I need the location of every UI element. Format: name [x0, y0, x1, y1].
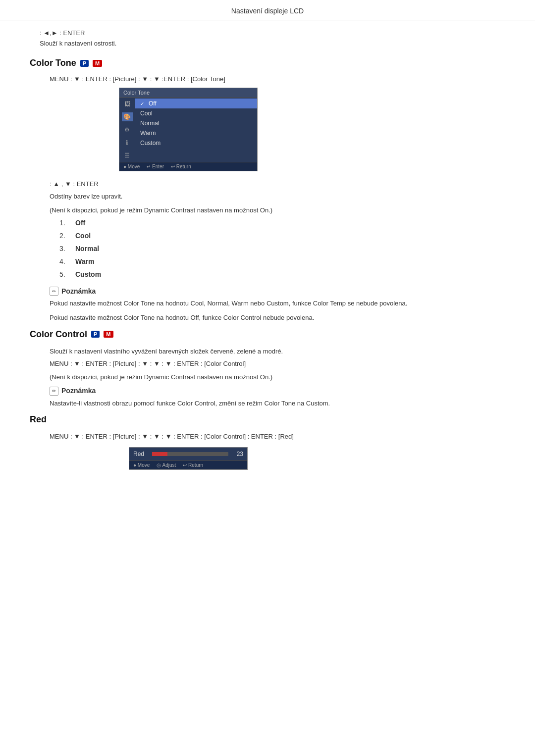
list-label-custom: Custom — [75, 270, 101, 278]
color-control-note-dynamic: (Není k dispozici, pokud je režim Dynami… — [30, 372, 505, 382]
list-item-normal: 3. Normal — [59, 245, 505, 252]
osd-menu-list: Off Cool Normal Warm Custom — [135, 98, 257, 162]
bottom-divider — [30, 479, 505, 479]
osd-item-normal[interactable]: Normal — [135, 118, 257, 128]
note-icon: ✏ — [50, 287, 58, 296]
osd-title-bar: Color Tone — [119, 88, 257, 98]
note-cc-icon: ✏ — [50, 387, 58, 396]
red-title: Red — [30, 414, 47, 425]
osd-icon-menu: ☰ — [122, 151, 133, 160]
osd-slider-fill — [152, 452, 167, 456]
list-num-4: 4. — [59, 257, 69, 265]
list-label-cool: Cool — [75, 232, 91, 240]
content-area: : ◄,► : ENTER Slouží k nastavení ostrost… — [0, 29, 535, 479]
osd-footer-enter: ↵ Enter — [147, 164, 164, 169]
poznamka-note2: Pokud nastavíte možnost Color Tone na ho… — [50, 313, 505, 323]
list-item-off: 1. Off — [59, 219, 505, 227]
badge-m-color-tone: M — [93, 60, 102, 67]
list-label-normal: Normal — [75, 245, 99, 252]
color-tone-osd: Color Tone 🖼 🎨 ⚙ ℹ ☰ Off Cool — [119, 88, 258, 171]
poznamka-title: Poznámka — [61, 287, 96, 295]
color-control-description: Slouží k nastavení vlastního vyvážení ba… — [30, 347, 505, 356]
osd-slider-value: 23 — [232, 451, 243, 457]
color-tone-list: 1. Off 2. Cool 3. Normal 4. Warm 5. Cust… — [30, 219, 505, 278]
list-label-off: Off — [75, 219, 85, 227]
poznamka-color-control: ✏ Poznámka Nastavíte-li vlastnosti obraz… — [30, 386, 505, 409]
osd-icon-info: ℹ — [122, 138, 133, 147]
osd-icons: 🖼 🎨 ⚙ ℹ ☰ — [119, 98, 135, 162]
badge-m-color-control: M — [104, 331, 113, 338]
page-container: Nastavení displeje LCD : ◄,► : ENTER Slo… — [0, 0, 535, 756]
osd-icon-color: 🎨 — [122, 112, 133, 121]
osd-item-cool-label: Cool — [140, 110, 153, 117]
color-tone-description: Odstíny barev lze upravit. — [30, 192, 505, 202]
osd-slider-track[interactable] — [152, 452, 228, 456]
red-osd: Red 23 ● Move ◎ Adjust ↩ Return — [129, 447, 248, 470]
poznamka-cc-title: Poznámka — [61, 387, 96, 395]
osd-red-label: Red — [133, 451, 148, 457]
color-tone-heading: Color Tone P M — [30, 58, 505, 68]
osd-footer-return: ↩ Return — [171, 164, 191, 169]
osd-item-warm[interactable]: Warm — [135, 128, 257, 138]
poznamka-color-tone: ✏ Poznámka Pokud nastavíte možnost Color… — [30, 286, 505, 323]
list-item-custom: 5. Custom — [59, 270, 505, 278]
osd-body: 🖼 🎨 ⚙ ℹ ☰ Off Cool Normal — [119, 98, 257, 162]
list-label-warm: Warm — [75, 257, 94, 265]
osd-red-footer-adjust: ◎ Adjust — [157, 462, 176, 468]
list-item-cool: 2. Cool — [59, 232, 505, 240]
list-item-warm: 4. Warm — [59, 257, 505, 265]
color-tone-title: Color Tone — [30, 58, 76, 68]
osd-item-warm-label: Warm — [140, 130, 156, 137]
osd-footer: ● Move ↵ Enter ↩ Return — [119, 162, 257, 171]
color-control-title: Color Control — [30, 329, 87, 340]
poznamka-cc-note1: Nastavíte-li vlastnosti obrazu pomocí fu… — [50, 399, 505, 409]
osd-item-cool[interactable]: Cool — [135, 108, 257, 118]
enter-instruction: : ◄,► : ENTER — [30, 29, 505, 37]
color-tone-menu-path: MENU : ▼ : ENTER : [Picture] : ▼ : ▼ :EN… — [30, 75, 505, 83]
osd-item-off-label: Off — [149, 100, 157, 107]
list-num-1: 1. — [59, 219, 69, 227]
serves-text: Slouží k nastavení ostrosti. — [30, 40, 505, 47]
badge-p-color-tone: P — [80, 60, 89, 67]
osd-item-custom-label: Custom — [140, 140, 160, 147]
color-tone-note-dynamic: (Není k dispozici, pokud je režim Dynami… — [30, 205, 505, 215]
osd-item-custom[interactable]: Custom — [135, 138, 257, 148]
list-num-5: 5. — [59, 270, 69, 278]
badge-p-color-control: P — [91, 331, 100, 338]
red-menu-path: MENU : ▼ : ENTER : [Picture] : ▼ : ▼ : ▼… — [30, 432, 505, 442]
osd-item-off[interactable]: Off — [135, 99, 257, 108]
osd-red-footer-return: ↩ Return — [183, 462, 203, 468]
nav-instruction: : ▲ , ▼ : ENTER — [30, 180, 505, 188]
color-control-heading: Color Control P M — [30, 329, 505, 340]
osd-footer-move: ● Move — [123, 164, 140, 169]
poznamka-note1: Pokud nastavíte možnost Color Tone na ho… — [50, 299, 505, 309]
osd-footer-red: ● Move ◎ Adjust ↩ Return — [129, 460, 247, 469]
osd-item-normal-label: Normal — [140, 120, 160, 127]
poznamka-cc-header: ✏ Poznámka — [50, 386, 505, 396]
color-control-menu-path: MENU : ▼ : ENTER : [Picture] : ▼ : ▼ : ▼… — [30, 360, 505, 367]
poznamka-header: ✏ Poznámka — [50, 286, 505, 296]
list-num-3: 3. — [59, 245, 69, 252]
osd-icon-settings: ⚙ — [122, 125, 133, 134]
osd-icon-picture: 🖼 — [122, 100, 133, 108]
red-heading: Red — [30, 414, 505, 425]
osd-red-body: Red 23 — [129, 448, 247, 460]
page-header: Nastavení displeje LCD — [0, 0, 535, 20]
page-title: Nastavení displeje LCD — [231, 7, 304, 15]
list-num-2: 2. — [59, 232, 69, 240]
osd-red-footer-move: ● Move — [133, 462, 150, 468]
